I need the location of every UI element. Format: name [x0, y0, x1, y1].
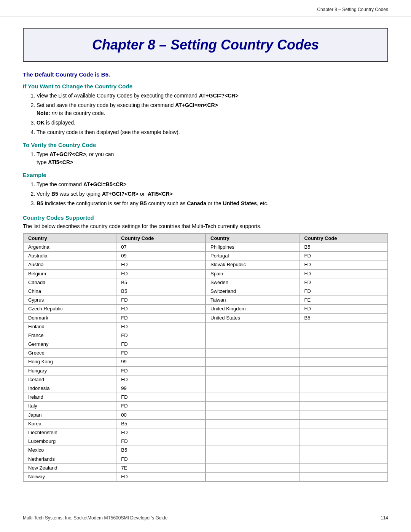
- country-codes-heading: Country Codes Supported: [23, 214, 388, 221]
- table-row: [206, 455, 388, 463]
- table-row: PhilippinesB5: [206, 243, 388, 252]
- country-codes-table-container: Country Country Code Argentina07Australi…: [23, 233, 388, 482]
- right-col2-header: Country Code: [299, 234, 387, 243]
- table-row: NetherlandsFD: [24, 455, 206, 463]
- table-row: LuxembourgFD: [24, 437, 206, 446]
- table-row: IcelandFD: [24, 375, 206, 384]
- table-row: Czech RepublicFD: [24, 305, 206, 313]
- table-row: [206, 472, 388, 481]
- page-header: Chapter 8 – Setting Country Codes: [0, 0, 411, 16]
- left-table-body: Argentina07Australia09AustriaFDBelgiumFD…: [24, 243, 206, 481]
- table-row: CyprusFD: [24, 296, 206, 305]
- table-row: DenmarkFD: [24, 313, 206, 322]
- table-row: Australia09: [24, 252, 206, 260]
- footer-left: Multi-Tech Systems, Inc. SocketModem MT5…: [23, 515, 167, 521]
- chapter-title: Chapter 8 – Setting Country Codes: [35, 37, 376, 53]
- table-row: United StatesB5: [206, 313, 388, 322]
- table-row: PortugalFD: [206, 252, 388, 260]
- change-code-steps: View the List of Available Country Codes…: [37, 92, 388, 136]
- table-row: [206, 446, 388, 455]
- table-row: Hong Kong99: [24, 358, 206, 366]
- example-step-1: Type the command AT+GCI=B5<CR>: [37, 181, 388, 189]
- right-table-body: PhilippinesB5PortugalFDSlovak RepublicFD…: [206, 243, 388, 481]
- table-row: [206, 366, 388, 375]
- table-row: TaiwanFE: [206, 296, 388, 305]
- step-3: OK is displayed.: [37, 119, 388, 127]
- step-4: The country code is then displayed (see …: [37, 128, 388, 136]
- verify-step-1: Type AT+GCI?<CR>, or you can type ATI5<C…: [37, 150, 388, 166]
- table-row: [206, 402, 388, 411]
- main-content: The Default Country Code is B5. If You W…: [23, 71, 388, 482]
- left-col1-header: Country: [24, 234, 116, 243]
- table-row: [206, 384, 388, 393]
- default-code-heading: The Default Country Code is B5.: [23, 71, 388, 78]
- example-steps: Type the command AT+GCI=B5<CR> Verify B5…: [37, 181, 388, 208]
- example-step-3: B5 indicates the configuration is set fo…: [37, 200, 388, 208]
- example-step-2: Verify B5 was set by typing AT+GCI?<CR> …: [37, 190, 388, 198]
- table-row: [206, 358, 388, 366]
- verify-heading: To Verify the Country Code: [23, 142, 388, 148]
- table-row: New Zealand7E: [24, 463, 206, 472]
- table-row: IrelandFD: [24, 393, 206, 402]
- right-country-table: Country Country Code PhilippinesB5Portug…: [206, 233, 388, 481]
- table-row: [206, 463, 388, 472]
- table-row: [206, 428, 388, 437]
- table-row: CanadaB5: [24, 278, 206, 287]
- table-row: United KingdomFD: [206, 305, 388, 313]
- table-row: [206, 411, 388, 419]
- table-row: HungaryFD: [24, 366, 206, 375]
- example-heading: Example: [23, 172, 388, 178]
- table-row: NorwayFD: [24, 472, 206, 481]
- table-row: GreeceFD: [24, 349, 206, 358]
- footer-right: 114: [381, 515, 388, 521]
- table-row: [206, 340, 388, 349]
- step-1: View the List of Available Country Codes…: [37, 92, 388, 100]
- table-row: SpainFD: [206, 269, 388, 278]
- chapter-title-box: Chapter 8 – Setting Country Codes: [23, 28, 388, 62]
- table-row: Slovak RepublicFD: [206, 260, 388, 269]
- table-row: [206, 375, 388, 384]
- table-row: [206, 419, 388, 428]
- step-2: Set and save the country code by executi…: [37, 101, 388, 117]
- table-row: [206, 331, 388, 340]
- table-row: [206, 437, 388, 446]
- verify-steps: Type AT+GCI?<CR>, or you can type ATI5<C…: [37, 150, 388, 166]
- table-row: BelgiumFD: [24, 269, 206, 278]
- right-col1-header: Country: [206, 234, 300, 243]
- left-col2-header: Country Code: [116, 234, 206, 243]
- table-row: GermanyFD: [24, 340, 206, 349]
- change-code-heading: If You Want to Change the Country Code: [23, 83, 388, 89]
- table-row: AustriaFD: [24, 260, 206, 269]
- table-row: FranceFD: [24, 331, 206, 340]
- table-row: FinlandFD: [24, 322, 206, 331]
- country-codes-intro: The list below describes the country cod…: [23, 223, 388, 229]
- table-row: Argentina07: [24, 243, 206, 252]
- table-row: Indonesia99: [24, 384, 206, 393]
- table-row: SwedenFD: [206, 278, 388, 287]
- table-row: LiechtensteinFD: [24, 428, 206, 437]
- table-row: ItalyFD: [24, 402, 206, 411]
- table-row: MexicoB5: [24, 446, 206, 455]
- table-row: [206, 393, 388, 402]
- table-row: [206, 322, 388, 331]
- table-row: SwitzerlandFD: [206, 287, 388, 296]
- table-row: ChinaB5: [24, 287, 206, 296]
- header-text: Chapter 8 – Setting Country Codes: [317, 7, 388, 12]
- table-row: KoreaB5: [24, 419, 206, 428]
- table-row: Japan00: [24, 411, 206, 419]
- table-row: [206, 349, 388, 358]
- left-country-table: Country Country Code Argentina07Australi…: [23, 233, 206, 481]
- page-footer: Multi-Tech Systems, Inc. SocketModem MT5…: [23, 512, 388, 521]
